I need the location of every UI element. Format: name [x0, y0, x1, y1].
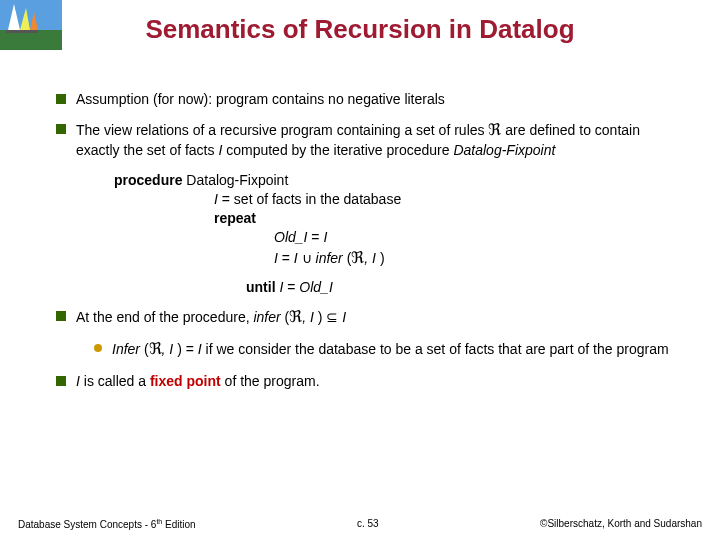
footer-right: ©Silberschatz, Korth and Sudarshan — [540, 518, 702, 530]
slide-body: Assumption (for now): program contains n… — [56, 90, 686, 402]
sub-bullet-1: Infer (ℜ, I ) = I if we consider the dat… — [94, 339, 686, 360]
proc-line-4: Old_I = I — [114, 228, 686, 247]
square-bullet-icon — [56, 311, 66, 321]
bullet-2-text: The view relations of a recursive progra… — [76, 120, 686, 159]
proc-line-1: procedure Datalog-Fixpoint — [114, 171, 686, 190]
proc-line-2: I = set of facts in the database — [114, 190, 686, 209]
bullet-4-text: I is called a fixed point of the program… — [76, 372, 686, 390]
procedure-block: procedure Datalog-Fixpoint I = set of fa… — [114, 171, 686, 268]
proc-until: until I = Old_I — [246, 278, 686, 296]
bullet-3-text: At the end of the procedure, infer (ℜ, I… — [76, 307, 686, 328]
square-bullet-icon — [56, 94, 66, 104]
proc-line-3: repeat — [114, 209, 686, 228]
footer-center: c. 53 — [357, 518, 379, 530]
bullet-2: The view relations of a recursive progra… — [56, 120, 686, 159]
footer-left: Database System Concepts - 6th Edition — [18, 518, 196, 530]
square-bullet-icon — [56, 124, 66, 134]
proc-line-5: I = I ∪ infer (ℜ, I ) — [114, 247, 686, 269]
bullet-1: Assumption (for now): program contains n… — [56, 90, 686, 108]
sub-bullet-1-text: Infer (ℜ, I ) = I if we consider the dat… — [112, 339, 686, 360]
circle-bullet-icon — [94, 344, 102, 352]
bullet-1-text: Assumption (for now): program contains n… — [76, 90, 686, 108]
bullet-4: I is called a fixed point of the program… — [56, 372, 686, 390]
slide-title: Semantics of Recursion in Datalog — [0, 14, 720, 45]
square-bullet-icon — [56, 376, 66, 386]
slide-footer: Database System Concepts - 6th Edition c… — [0, 518, 720, 530]
bullet-3: At the end of the procedure, infer (ℜ, I… — [56, 307, 686, 328]
